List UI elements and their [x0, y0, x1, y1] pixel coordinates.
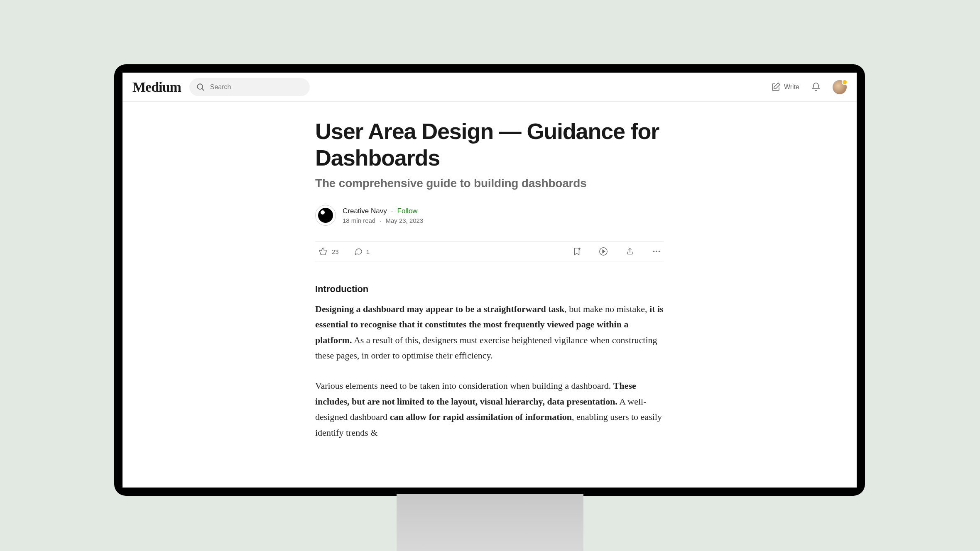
svg-line-1 — [202, 88, 204, 90]
search-field[interactable] — [189, 78, 310, 96]
notifications-button[interactable] — [811, 82, 821, 92]
member-badge-icon — [842, 79, 848, 85]
separator-dot: · — [391, 207, 393, 215]
user-avatar[interactable] — [833, 80, 847, 94]
listen-button[interactable] — [598, 246, 608, 256]
bold-text: Designing a dashboard may appear to be a… — [315, 304, 564, 314]
read-time: 18 min read — [343, 217, 375, 224]
monitor-stand — [397, 494, 583, 551]
engagement-bar: 23 1 — [315, 241, 664, 261]
article-subtitle: The comprehensive guide to building dash… — [315, 177, 664, 190]
site-header: Medium Write — [122, 73, 857, 102]
more-button[interactable] — [652, 246, 662, 256]
paragraph: Designing a dashboard may appear to be a… — [315, 301, 664, 363]
svg-point-7 — [659, 251, 660, 252]
share-icon — [626, 247, 634, 256]
author-name[interactable]: Creative Navy — [343, 207, 387, 215]
header-actions: Write — [771, 80, 847, 94]
write-icon — [771, 82, 781, 92]
comment-icon — [354, 247, 363, 256]
clap-button[interactable]: 23 — [318, 246, 339, 257]
svg-point-6 — [656, 251, 657, 252]
article: User Area Design — Guidance for Dashboar… — [315, 102, 664, 440]
write-button[interactable]: Write — [771, 82, 799, 92]
svg-point-0 — [197, 84, 203, 89]
paragraph: Various elements need to be taken into c… — [315, 378, 664, 440]
comment-count: 1 — [366, 248, 370, 255]
byline: Creative Navy · Follow 18 min read · May… — [315, 205, 664, 226]
clap-count: 23 — [332, 248, 339, 255]
publish-date: May 23, 2023 — [385, 217, 423, 224]
author-avatar[interactable] — [315, 205, 336, 226]
search-input[interactable] — [210, 83, 303, 91]
search-icon — [196, 83, 205, 92]
article-title: User Area Design — Guidance for Dashboar… — [315, 118, 664, 171]
play-icon — [599, 247, 608, 256]
share-button[interactable] — [625, 246, 635, 256]
bold-text: can allow for rapid assimilation of info… — [390, 412, 572, 422]
screen: Medium Write — [122, 73, 857, 488]
body-text: , but make no mistake, — [564, 304, 649, 314]
body-text: As a result of this, designers must exer… — [315, 335, 657, 361]
write-label: Write — [784, 83, 799, 91]
separator-dot: · — [380, 217, 381, 224]
more-icon — [652, 247, 661, 256]
clap-icon — [318, 246, 328, 257]
svg-point-5 — [653, 251, 654, 252]
body-text: Various elements need to be taken into c… — [315, 380, 613, 391]
follow-link[interactable]: Follow — [397, 207, 418, 215]
bookmark-icon — [572, 247, 581, 256]
article-body: Introduction Designing a dashboard may a… — [315, 281, 664, 440]
comment-button[interactable]: 1 — [354, 247, 370, 256]
section-heading: Introduction — [315, 281, 664, 297]
site-logo[interactable]: Medium — [132, 79, 181, 95]
monitor-frame: Medium Write — [114, 64, 865, 496]
bell-icon — [811, 82, 821, 92]
bookmark-button[interactable] — [572, 246, 582, 256]
